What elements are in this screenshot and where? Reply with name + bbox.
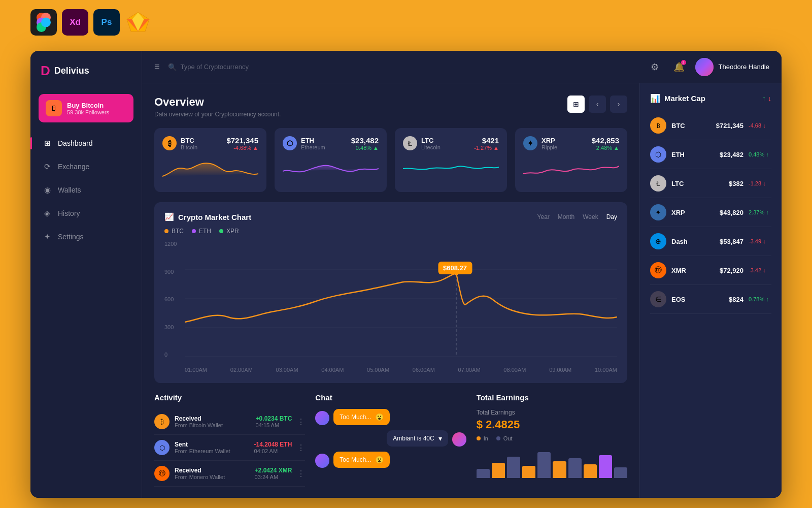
market-icon-ltc: Ł bbox=[650, 175, 666, 192]
user-profile[interactable]: Theodore Handle bbox=[695, 58, 769, 76]
sidebar-item-settings[interactable]: ✦ Settings bbox=[36, 226, 137, 247]
btc-icon: ₿ bbox=[162, 136, 177, 150]
activity-from-2: From Ethereum Wallet bbox=[175, 448, 249, 454]
period-day[interactable]: Day bbox=[606, 213, 617, 220]
chart-trend-icon: 📈 bbox=[164, 212, 174, 221]
crypto-card-btc[interactable]: ₿ BTC Bitcoin $721,345 -4.68% ▲ bbox=[154, 128, 266, 192]
activity-item-1[interactable]: ₿ Received From Bitcoin Wallet +0.0234 B… bbox=[154, 409, 305, 435]
period-buttons: Year Month Week Day bbox=[537, 213, 617, 220]
market-item-ltc[interactable]: Ł LTC $382 -1.28 ↓ bbox=[650, 169, 771, 198]
legend-btc-dot bbox=[164, 229, 168, 233]
prev-btn[interactable]: ‹ bbox=[589, 96, 606, 113]
total-earnings-section: Total Earnings Total Earnings $ 2.4825 I… bbox=[477, 393, 627, 487]
market-cap-sidebar: 📊 Market Cap ↑ ↓ ₿ BTC $721,345 -4.68 ↓ bbox=[639, 83, 782, 498]
chat-bubble-2: Ambiant is 40C ▾ bbox=[387, 430, 448, 447]
eth-info: ⬡ ETH Ethereum bbox=[283, 136, 325, 150]
activity-from-1: From Bitcoin Wallet bbox=[175, 422, 251, 428]
notification-badge: 2 bbox=[681, 60, 686, 65]
notification-btn[interactable]: 🔔 2 bbox=[671, 59, 687, 75]
earnings-chart bbox=[477, 448, 627, 478]
chat-section: Chat Too Much... 😮 Ambiant is 40C bbox=[315, 393, 466, 487]
market-item-xmr[interactable]: ⓜ XMR $72,920 -3.42 ↓ bbox=[650, 256, 771, 285]
user-card[interactable]: ₿ Buy Bitcoin 59.38k Followers bbox=[39, 94, 133, 122]
period-week[interactable]: Week bbox=[583, 213, 598, 220]
chat-msg-3: Too Much... 😮 bbox=[315, 452, 466, 468]
chart-x-labels: 01:00AM 02:00AM 03:00AM 04:00AM 05:00AM … bbox=[185, 361, 617, 373]
btc-chart bbox=[162, 156, 258, 184]
period-month[interactable]: Month bbox=[558, 213, 574, 220]
market-price-dash: $53,847 bbox=[720, 238, 743, 245]
chat-text-1: Too Much... bbox=[340, 414, 371, 421]
crypto-card-eth[interactable]: ⬡ ETH Ethereum $23,482 0.48% ▲ bbox=[275, 128, 387, 192]
market-cap-label: Market Cap bbox=[664, 94, 705, 103]
menu-icon[interactable]: ≡ bbox=[154, 61, 160, 72]
activity-item-3[interactable]: ⓜ Received From Monero Wallet +2.0424 XM… bbox=[154, 461, 305, 487]
x-label-7: 07:00AM bbox=[458, 367, 481, 373]
bar-2 bbox=[492, 463, 505, 478]
activity-item-2[interactable]: ⬡ Sent From Ethereum Wallet -14.2048 ETH… bbox=[154, 435, 305, 461]
ltc-header: Ł LTC Litecoin $421 -1.27% ▲ bbox=[403, 136, 499, 151]
tooltip-value: $608.27 bbox=[443, 264, 467, 272]
eth-header: ⬡ ETH Ethereum $23,482 0.48% ▲ bbox=[283, 136, 379, 151]
search-bar[interactable]: 🔍 Type of Cryptocurrency bbox=[168, 63, 638, 71]
user-card-icon: ₿ bbox=[46, 100, 62, 116]
legend-xpr-label: XPR bbox=[226, 228, 239, 235]
overview-title-area: Overview Data overview of your Cryptocur… bbox=[154, 96, 281, 118]
btc-price: $721,345 bbox=[226, 136, 258, 145]
sidebar-item-wallets[interactable]: ◉ Wallets bbox=[36, 179, 137, 201]
chart-y-labels: 1200 900 600 300 0 bbox=[164, 241, 182, 358]
sidebar-item-exchange[interactable]: ⟳ Exchange bbox=[36, 156, 137, 177]
market-item-eth[interactable]: ⬡ ETH $23,482 0.48% ↑ bbox=[650, 140, 771, 169]
activity-dots-2[interactable]: ⋮ bbox=[297, 443, 305, 453]
settings-btn[interactable]: ⚙ bbox=[647, 59, 663, 75]
sidebar-item-dashboard[interactable]: ⊞ Dashboard bbox=[36, 133, 137, 154]
bar-1 bbox=[477, 469, 490, 478]
market-change-btc: -4.68 ↓ bbox=[749, 122, 771, 129]
market-item-btc[interactable]: ₿ BTC $721,345 -4.68 ↓ bbox=[650, 111, 771, 140]
market-icon-xmr: ⓜ bbox=[650, 262, 666, 278]
crypto-card-ltc[interactable]: Ł LTC Litecoin $421 -1.27% ▲ bbox=[395, 128, 507, 192]
legend-btc: BTC bbox=[164, 228, 184, 235]
dashboard-icon: ⊞ bbox=[43, 139, 52, 148]
next-btn[interactable]: › bbox=[610, 96, 627, 113]
market-name-xrp: XRP bbox=[671, 209, 715, 216]
activity-amount-2: -14.2048 ETH 04:02 AM bbox=[254, 441, 292, 454]
market-change-eth: 0.48% ↑ bbox=[749, 151, 771, 157]
market-name-dash: Dash bbox=[671, 238, 715, 245]
market-item-xrp[interactable]: ✦ XRP $43,820 2.37% ↑ bbox=[650, 198, 771, 227]
chat-title: Chat bbox=[315, 393, 466, 402]
earnings-out-dot bbox=[496, 436, 500, 440]
crypto-card-xrp[interactable]: ✦ XRP Ripple $42,853 2.48% ▲ bbox=[515, 128, 627, 192]
activity-dots-3[interactable]: ⋮ bbox=[297, 469, 305, 479]
market-item-dash[interactable]: ⊕ Dash $53,847 -3.49 ↓ bbox=[650, 227, 771, 256]
market-icon-xrp: ✦ bbox=[650, 204, 666, 220]
btc-info: ₿ BTC Bitcoin bbox=[162, 136, 197, 150]
search-icon: 🔍 bbox=[168, 63, 177, 71]
y-label-900: 900 bbox=[164, 269, 182, 275]
overview-header: Overview Data overview of your Cryptocur… bbox=[154, 96, 627, 118]
grid-view-btn[interactable]: ⊞ bbox=[567, 96, 585, 113]
chart-area: $608.27 bbox=[185, 241, 617, 358]
username: Theodore Handle bbox=[719, 63, 769, 71]
tool-logos: Xd Ps bbox=[30, 9, 151, 36]
market-change-eos: 0.78% ↑ bbox=[749, 296, 771, 302]
sidebar-logo: D Delivius bbox=[30, 51, 142, 89]
xrp-name: Ripple bbox=[542, 144, 557, 150]
sidebar-item-history[interactable]: ◈ History bbox=[36, 203, 137, 224]
activity-dots-1[interactable]: ⋮ bbox=[297, 417, 305, 427]
sort-up-arrow[interactable]: ↑ bbox=[762, 94, 766, 103]
xrp-icon: ✦ bbox=[523, 136, 537, 150]
sort-down-arrow[interactable]: ↓ bbox=[768, 94, 771, 103]
xrp-info: ✦ XRP Ripple bbox=[523, 136, 557, 150]
app-name: Delivius bbox=[54, 66, 89, 76]
legend-eth: ETH bbox=[192, 228, 211, 235]
chat-avatar-1 bbox=[315, 411, 329, 425]
x-label-5: 05:00AM bbox=[367, 367, 389, 373]
market-item-eos[interactable]: ∈ EOS $824 0.78% ↑ bbox=[650, 285, 771, 314]
main-content: ≡ 🔍 Type of Cryptocurrency ⚙ 🔔 2 Theodor… bbox=[142, 51, 782, 498]
ltc-chart bbox=[403, 156, 499, 184]
period-year[interactable]: Year bbox=[537, 213, 550, 220]
overview-title: Overview bbox=[154, 96, 281, 109]
market-price-btc: $721,345 bbox=[716, 122, 743, 130]
logo-icon: D bbox=[41, 63, 50, 79]
